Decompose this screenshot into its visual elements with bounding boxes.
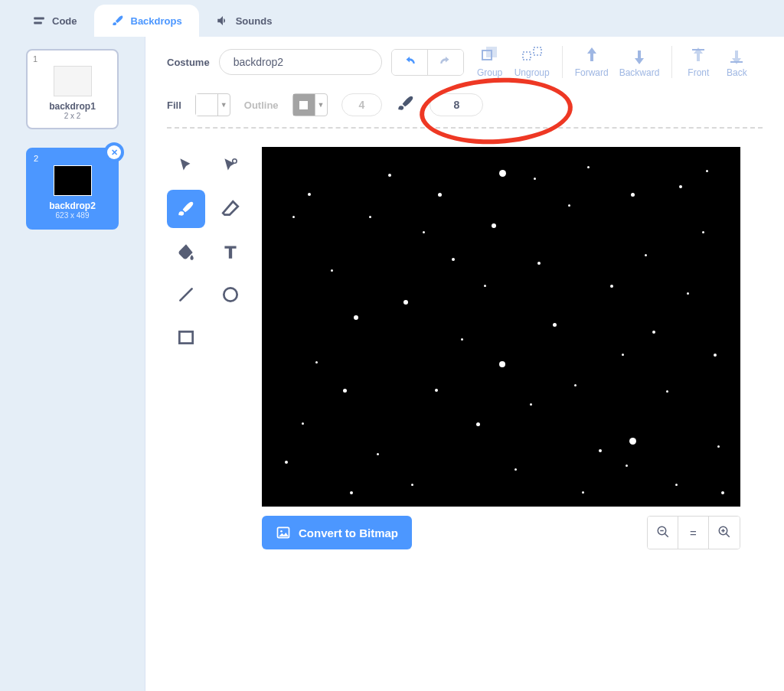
top-toolbar: Costume Group Ungroup Forward Backward F…: [167, 46, 763, 78]
svg-point-8: [233, 159, 237, 163]
chevron-down-icon: ▼: [315, 94, 327, 116]
costume-label: Costume: [167, 57, 210, 68]
code-icon: [32, 14, 46, 28]
outline-width-input[interactable]: 4: [341, 93, 383, 116]
brush-tool[interactable]: [167, 190, 205, 228]
tab-code-label: Code: [52, 15, 77, 27]
backdrop-preview: [54, 66, 92, 96]
svg-rect-7: [730, 61, 743, 63]
fill-tool[interactable]: [167, 233, 205, 271]
brush-icon: [111, 14, 125, 28]
trash-icon: ✕: [107, 145, 121, 159]
zoom-in-button[interactable]: [709, 517, 740, 549]
zoom-controls: =: [647, 516, 740, 549]
zoom-reset-button[interactable]: =: [678, 517, 709, 549]
backdrop-list: 1 backdrop1 2 x 2 ✕ 2 backdrop2 623 x 48…: [0, 37, 145, 691]
fill-swatch[interactable]: ▼: [195, 93, 230, 116]
backward-button[interactable]: Backward: [619, 46, 660, 78]
svg-line-15: [665, 533, 668, 537]
brush-size-input[interactable]: [430, 93, 483, 116]
forward-button[interactable]: Forward: [575, 46, 609, 78]
backdrop-dims: 623 x 489: [33, 211, 112, 220]
svg-rect-5: [534, 47, 541, 55]
tab-sounds[interactable]: Sounds: [199, 5, 289, 37]
undo-redo-group: [391, 49, 464, 76]
backdrop-thumb-selected[interactable]: ✕ 2 backdrop2 623 x 489: [26, 148, 119, 230]
fill-label: Fill: [167, 99, 181, 111]
svg-line-9: [180, 288, 191, 300]
tab-backdrops-label: Backdrops: [131, 15, 182, 27]
backdrop-number: 2: [34, 154, 38, 163]
canvas[interactable]: [262, 147, 740, 507]
chevron-down-icon: ▼: [217, 94, 230, 116]
backdrop-thumb[interactable]: 1 backdrop1 2 x 2: [26, 49, 119, 129]
backward-label: Backward: [619, 67, 660, 78]
divider: [562, 46, 563, 78]
divider: [671, 46, 672, 78]
canvas-area: Convert to Bitmap =: [262, 147, 763, 507]
backdrop-name: backdrop2: [33, 200, 112, 211]
front-label: Front: [688, 67, 709, 78]
paint-editor: Costume Group Ungroup Forward Backward F…: [145, 37, 784, 691]
eraser-tool[interactable]: [211, 190, 250, 228]
svg-rect-0: [34, 18, 44, 20]
svg-rect-6: [692, 49, 704, 51]
sound-icon: [216, 14, 230, 28]
image-icon: [276, 525, 291, 540]
tab-backdrops[interactable]: Backdrops: [94, 5, 199, 37]
front-button[interactable]: Front: [684, 46, 712, 78]
redo-button[interactable]: [428, 50, 463, 75]
svg-rect-11: [179, 331, 192, 343]
style-toolbar: Fill ▼ Outline ▼ 4: [167, 93, 763, 116]
backdrop-dims: 2 x 2: [32, 112, 113, 120]
forward-label: Forward: [575, 67, 609, 78]
undo-button[interactable]: [392, 50, 428, 75]
workspace: Convert to Bitmap =: [167, 147, 763, 507]
svg-rect-3: [487, 47, 496, 57]
svg-point-10: [224, 288, 237, 301]
ungroup-label: Ungroup: [514, 67, 550, 78]
arrange-buttons: Group Ungroup Forward Backward Front Bac…: [476, 46, 751, 78]
tab-code[interactable]: Code: [15, 5, 94, 37]
select-tool[interactable]: [167, 147, 205, 185]
backdrop-number: 1: [33, 54, 38, 64]
main: 1 backdrop1 2 x 2 ✕ 2 backdrop2 623 x 48…: [0, 37, 784, 691]
line-tool[interactable]: [167, 275, 205, 314]
brush-size-control: [396, 93, 483, 116]
reshape-tool[interactable]: [211, 147, 250, 185]
svg-rect-4: [523, 52, 531, 60]
convert-label: Convert to Bitmap: [299, 526, 398, 539]
costume-name-input[interactable]: [219, 49, 382, 75]
group-button[interactable]: Group: [476, 46, 504, 78]
text-tool[interactable]: [211, 233, 250, 271]
tool-palette: [167, 147, 251, 507]
ungroup-button[interactable]: Ungroup: [514, 46, 550, 78]
tab-sounds-label: Sounds: [236, 15, 273, 27]
back-label: Back: [727, 67, 747, 78]
back-button[interactable]: Back: [723, 46, 750, 78]
rectangle-tool[interactable]: [167, 318, 205, 357]
outline-label: Outline: [244, 99, 279, 111]
brush-icon: [396, 93, 416, 116]
group-label: Group: [477, 67, 502, 78]
delete-backdrop-button[interactable]: ✕: [104, 142, 124, 162]
circle-tool[interactable]: [211, 275, 250, 314]
outline-swatch[interactable]: ▼: [292, 93, 328, 116]
svg-rect-1: [34, 22, 42, 24]
svg-line-18: [726, 533, 730, 537]
divider: [167, 127, 763, 129]
tab-bar: Code Backdrops Sounds: [0, 0, 784, 37]
backdrop-preview: [54, 165, 92, 196]
convert-to-bitmap-button[interactable]: Convert to Bitmap: [262, 516, 412, 549]
zoom-out-button[interactable]: [648, 517, 678, 549]
svg-point-13: [280, 530, 283, 533]
backdrop-name: backdrop1: [32, 101, 113, 112]
